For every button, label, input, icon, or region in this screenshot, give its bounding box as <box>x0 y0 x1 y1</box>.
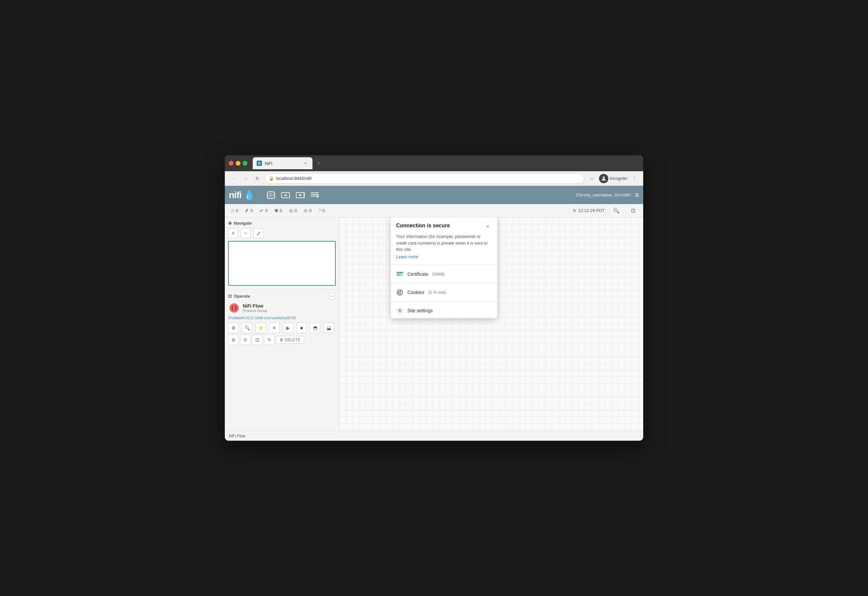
invalid-count: 0 <box>250 208 253 213</box>
svg-marker-12 <box>299 195 302 196</box>
status-running: ✱ 0 <box>274 208 282 214</box>
more-options-button[interactable]: ⋮ <box>630 174 639 183</box>
warning-icon: ⚠ <box>230 208 234 214</box>
navigate-title: Navigate <box>234 221 252 226</box>
template-out-button[interactable]: ⬓ <box>324 323 334 333</box>
popup-title: Connection is secure <box>396 223 450 229</box>
active-tab[interactable]: N NiFi × <box>253 157 312 169</box>
add-processor-button[interactable] <box>264 189 278 202</box>
fit-button[interactable]: ⤢ <box>253 228 263 238</box>
add-input-port-button[interactable] <box>279 189 292 202</box>
running-count: 0 <box>280 208 282 213</box>
template-in-button[interactable]: ⬒ <box>310 323 321 333</box>
status-stopped: ⊙ 0 <box>289 208 297 214</box>
site-settings-item[interactable]: Site settings <box>391 303 497 318</box>
invalid-icon: ✗ <box>245 208 249 214</box>
certificate-item[interactable]: 🪪 Certificate (Valid) <box>391 267 497 282</box>
operate-minimize-button[interactable]: − <box>329 293 336 299</box>
canvas-area[interactable]: Connection is secure × Your information … <box>339 217 643 431</box>
disable-button[interactable]: ✕ <box>269 323 279 333</box>
delete-button[interactable]: 🗑 DELETE <box>276 336 304 344</box>
header-username: CN=my_username, OU=NiFi <box>576 192 631 198</box>
stopped-count: 0 <box>294 208 297 213</box>
status-valid: ✔ 0 <box>259 208 267 214</box>
traffic-lights <box>229 161 247 165</box>
navigate-compass-icon: ⊕ <box>228 221 232 226</box>
navigate-minimap[interactable] <box>228 241 336 286</box>
expand-button[interactable]: ⊡ <box>628 206 638 216</box>
back-button[interactable]: ← <box>229 174 238 183</box>
tab-favicon: N <box>257 161 262 166</box>
operate-header: ⊡ Operate − <box>228 293 336 299</box>
close-button[interactable] <box>229 161 234 165</box>
clock-time: 12:12:29 PDT <box>578 208 605 213</box>
lock-icon: 🔒 <box>269 176 274 181</box>
popup-header: Connection is secure × <box>391 217 497 233</box>
zoom-out-button[interactable]: − <box>241 228 251 238</box>
operate-section: ⊡ Operate − <box>225 289 339 348</box>
operate-buttons-row1: ⚙ 🔍 ⚡ ✕ ▶ ■ ⬒ ⬓ <box>228 323 336 333</box>
security-popup: Connection is secure × Your information … <box>391 217 497 318</box>
unknown-icon: ? <box>318 208 321 213</box>
reload-button[interactable]: ↻ <box>253 174 262 183</box>
flow-info: NiFi Flow Process Group <box>228 302 336 314</box>
flow-details: NiFi Flow Process Group <box>243 303 267 313</box>
edit-button[interactable]: ✎ <box>264 335 275 345</box>
delete-icon: 🗑 <box>279 338 284 342</box>
svg-point-23 <box>398 291 399 292</box>
search-button[interactable]: 🔍 <box>611 206 621 216</box>
footer-flow-name: NiFi Flow <box>229 434 245 438</box>
certificate-icon: 🪪 <box>396 270 404 278</box>
enable-button[interactable]: ⚡ <box>255 323 266 333</box>
paste-button[interactable]: ⎘ <box>240 335 251 345</box>
valid-count: 0 <box>265 208 267 213</box>
status-warning: ⚠ 0 <box>230 208 238 214</box>
zoom-in-button[interactable]: + <box>228 228 238 238</box>
app-footer: NiFi Flow <box>225 431 643 441</box>
cookies-item[interactable]: Cookies (1 in use) <box>391 285 497 300</box>
bookmark-button[interactable]: ☆ <box>587 174 596 183</box>
incognito-icon <box>599 174 608 183</box>
refresh-icon: ↻ <box>573 208 577 213</box>
add-label-button[interactable] <box>308 189 321 202</box>
disabled-count: 0 <box>309 208 312 213</box>
minimize-button[interactable] <box>236 161 240 165</box>
flow-icon <box>228 302 240 314</box>
nifi-toolbar <box>264 189 321 202</box>
svg-point-24 <box>400 291 401 292</box>
operate-title: ⊡ Operate <box>228 294 250 299</box>
group-button[interactable]: ⊡ <box>252 335 263 345</box>
add-output-port-button[interactable] <box>294 189 307 202</box>
popup-close-button[interactable]: × <box>484 223 492 231</box>
stop-button[interactable]: ■ <box>296 323 307 333</box>
status-unknown: ? 0 <box>318 208 325 213</box>
learn-more-link[interactable]: Learn more <box>396 254 418 259</box>
browser-window: N NiFi × + ← → ↻ 🔒 localhost:9443/nifi/ … <box>225 155 643 441</box>
url-bar[interactable]: 🔒 localhost:9443/nifi/ <box>265 173 584 184</box>
settings-button[interactable]: ⚙ <box>228 323 239 333</box>
cookies-status: (1 in use) <box>428 290 446 295</box>
running-icon: ✱ <box>274 208 279 214</box>
start-button[interactable]: ▶ <box>282 323 293 333</box>
operate-buttons-row2: ⧉ ⎘ ⊡ ✎ 🗑 DELETE <box>228 335 336 345</box>
navigate-header: ⊕ Navigate <box>228 221 336 226</box>
status-clock: ↻ 12:12:29 PDT <box>573 208 605 213</box>
nifi-drop-icon: 💧 <box>243 189 255 201</box>
certificate-status: (Valid) <box>432 271 445 276</box>
warning-count: 0 <box>236 208 238 213</box>
title-bar: N NiFi × + <box>225 155 643 171</box>
operate-icon: ⊡ <box>228 294 232 299</box>
new-tab-button[interactable]: + <box>314 158 324 168</box>
svg-point-22 <box>397 289 403 295</box>
nifi-logo-text: nifi <box>229 190 241 201</box>
header-menu-button[interactable]: ≡ <box>635 191 639 199</box>
forward-button[interactable]: → <box>241 174 250 183</box>
disabled-icon: ⊘ <box>303 208 308 214</box>
svg-marker-10 <box>284 194 287 196</box>
copy-button[interactable]: ⧉ <box>228 335 239 345</box>
tab-close-button[interactable]: × <box>303 160 309 166</box>
maximize-button[interactable] <box>243 161 247 165</box>
search-components-button[interactable]: 🔍 <box>242 323 252 333</box>
svg-point-27 <box>399 310 401 311</box>
flow-id: 47e9ebd4-0171-1000-e1cf-aa48d1c0675f <box>228 316 336 320</box>
